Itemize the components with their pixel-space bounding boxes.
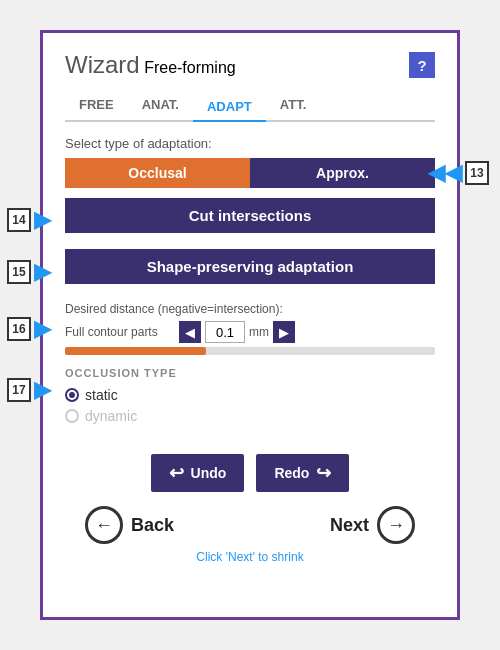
- occlusal-button[interactable]: Occlusal: [65, 158, 250, 188]
- shape-preserving-row: 15 ▶ Shape-preserving adaptation: [65, 249, 435, 294]
- distance-progress-bar: [65, 347, 435, 355]
- undo-redo-row: ↩ Undo Redo ↪: [65, 454, 435, 492]
- cut-intersections-button[interactable]: Cut intersections: [65, 198, 435, 233]
- distance-progress-fill: [65, 347, 206, 355]
- tabs-row: FREE ANAT. ADAPT ATT.: [65, 93, 435, 122]
- occlusion-section: 17 ▶ OCCLUSION TYPE static dynamic: [65, 367, 435, 424]
- distance-input[interactable]: [205, 321, 245, 343]
- navigation-row: ← Back Next →: [65, 506, 435, 544]
- occlusion-title: OCCLUSION TYPE: [65, 367, 435, 379]
- hint-text: Click 'Next' to shrink: [65, 550, 435, 564]
- distance-decrease-button[interactable]: ◀: [179, 321, 201, 343]
- back-circle: ←: [85, 506, 123, 544]
- tab-free[interactable]: FREE: [65, 93, 128, 116]
- cut-intersections-row: 14 ▶ Cut intersections: [65, 198, 435, 241]
- redo-icon: ↪: [316, 462, 331, 484]
- adaptation-type-row: Occlusal Approx. ◀◀ 13: [65, 158, 435, 188]
- dynamic-label: dynamic: [85, 408, 137, 424]
- dynamic-radio[interactable]: [65, 409, 79, 423]
- header-title: Wizard Free-forming: [65, 51, 236, 79]
- distance-label: Desired distance (negative=intersection)…: [65, 302, 435, 316]
- help-button[interactable]: ?: [409, 52, 435, 78]
- occlusion-dynamic-row: dynamic: [65, 408, 435, 424]
- annotation-15: 15 ▶: [7, 259, 51, 285]
- undo-icon: ↩: [169, 462, 184, 484]
- tab-att[interactable]: ATT.: [266, 93, 320, 116]
- annotation-13: ◀◀ 13: [428, 160, 489, 186]
- distance-row: Full contour parts ◀ mm ▶: [65, 321, 435, 343]
- static-radio[interactable]: [65, 388, 79, 402]
- wizard-panel: Wizard Free-forming ? FREE ANAT. ADAPT A…: [40, 30, 460, 620]
- annotation-14: 14 ▶: [7, 207, 51, 233]
- redo-button[interactable]: Redo ↪: [256, 454, 349, 492]
- back-button[interactable]: ← Back: [85, 506, 174, 544]
- header-row: Wizard Free-forming ?: [65, 51, 435, 79]
- approx-button[interactable]: Approx.: [250, 158, 435, 188]
- shape-preserving-button[interactable]: Shape-preserving adaptation: [65, 249, 435, 284]
- annotation-17: 17 ▶: [7, 377, 51, 403]
- occlusion-static-row[interactable]: static: [65, 387, 435, 403]
- undo-button[interactable]: ↩ Undo: [151, 454, 245, 492]
- tab-anat[interactable]: ANAT.: [128, 93, 193, 116]
- tab-adapt[interactable]: ADAPT: [193, 93, 266, 122]
- contour-label: Full contour parts: [65, 325, 175, 339]
- next-button[interactable]: Next →: [330, 506, 415, 544]
- distance-section: 16 ▶ Desired distance (negative=intersec…: [65, 302, 435, 355]
- next-circle: →: [377, 506, 415, 544]
- distance-increase-button[interactable]: ▶: [273, 321, 295, 343]
- mm-unit: mm: [249, 325, 269, 339]
- adaptation-label: Select type of adaptation:: [65, 136, 435, 151]
- static-label: static: [85, 387, 118, 403]
- annotation-16: 16 ▶: [7, 316, 51, 342]
